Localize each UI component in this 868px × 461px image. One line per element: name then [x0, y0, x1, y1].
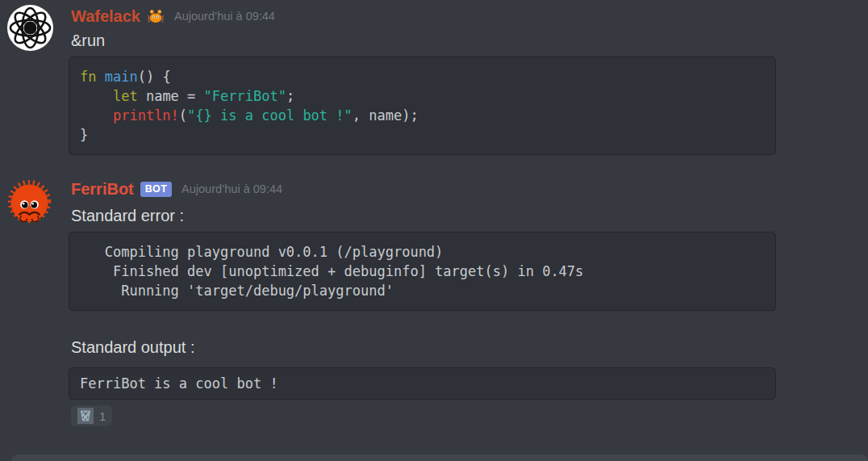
atom-avatar-icon: [6, 4, 54, 52]
message1-header: Wafelack Aujourd’hui à 09:44: [71, 6, 275, 26]
stderr-label: Standard error :: [71, 205, 184, 226]
crab-emoji: [147, 7, 165, 25]
avatar-wafelack[interactable]: [6, 4, 54, 52]
ferris-crab-avatar-icon: [5, 177, 54, 226]
net-basket-emoji: [77, 408, 94, 424]
message2-timestamp: Aujourd’hui à 09:44: [182, 182, 282, 195]
bot-badge: BOT: [140, 182, 172, 197]
rust-code-block: fn main() { let name = "FerriBot"; print…: [69, 57, 776, 155]
message1-timestamp: Aujourd’hui à 09:44: [174, 10, 275, 23]
stderr-code-block: Compiling playground v0.0.1 (/playground…: [69, 232, 776, 311]
discord-chat-view: Wafelack Aujourd’hui à 09:44 &run fn mai…: [0, 0, 868, 461]
avatar-ferribot[interactable]: [5, 177, 54, 226]
message2-header: FerriBot BOT Aujourd’hui à 09:44: [71, 179, 282, 199]
reaction-pill[interactable]: 1: [71, 405, 112, 426]
message1-text: &run: [71, 30, 105, 51]
message-input[interactable]: [11, 455, 868, 461]
stdout-code-block: FerriBot is a cool bot !: [69, 367, 776, 400]
username-ferribot[interactable]: FerriBot: [71, 179, 134, 199]
reaction-count: 1: [99, 409, 106, 423]
username-wafelack[interactable]: Wafelack: [71, 6, 140, 26]
stdout-label: Standard output :: [71, 337, 194, 358]
